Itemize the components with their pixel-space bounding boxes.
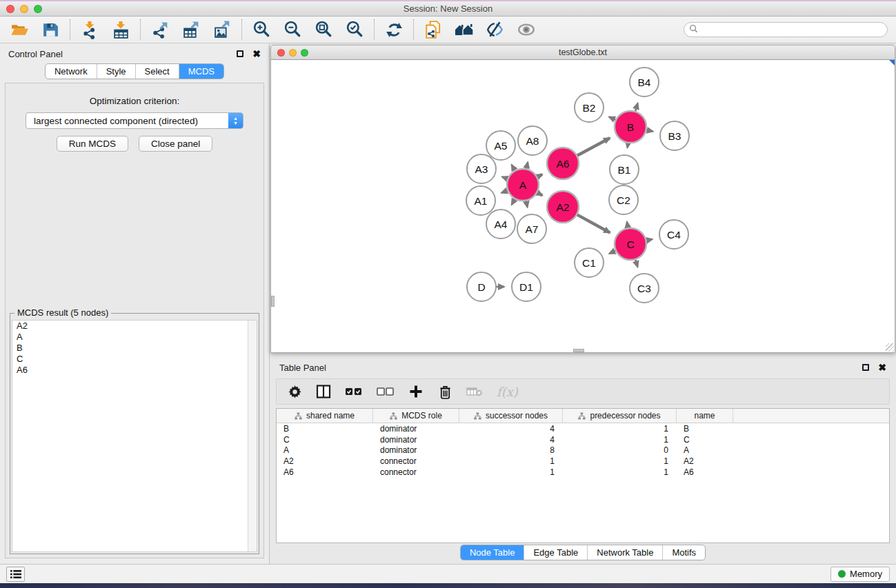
zoom-selected-icon[interactable] xyxy=(345,20,364,39)
graph-node-D[interactable]: D xyxy=(467,272,496,301)
graph-node-C1[interactable]: C1 xyxy=(575,248,604,277)
add-column-icon[interactable] xyxy=(408,383,424,400)
float-table-panel-icon[interactable] xyxy=(862,364,869,371)
graph-edge-A-A4[interactable] xyxy=(512,199,515,205)
graph-node-A6[interactable]: A6 xyxy=(547,148,579,179)
graph-edge-B-B4[interactable] xyxy=(635,103,638,112)
open-file-icon[interactable] xyxy=(10,20,29,39)
houses-icon[interactable] xyxy=(455,20,474,39)
table-row[interactable]: A6connector11A6 xyxy=(277,467,889,478)
table-row[interactable]: Adominator80A xyxy=(277,445,889,456)
result-item[interactable]: A xyxy=(12,332,257,343)
tab-motifs[interactable]: Motifs xyxy=(663,545,705,560)
graph-node-B2[interactable]: B2 xyxy=(575,93,604,122)
table-row[interactable]: Bdominator41B xyxy=(277,423,889,434)
memory-button[interactable]: Memory xyxy=(830,567,890,582)
network-canvas[interactable]: B4B2BB3A8A5A6A3B1AA1C2A2A4A7C4CC1C3DD1 xyxy=(270,60,895,353)
run-mcds-button[interactable]: Run MCDS xyxy=(57,136,128,152)
export-network-icon[interactable] xyxy=(150,20,170,39)
minimize-window-button[interactable] xyxy=(20,5,28,13)
result-list-scrollbar[interactable] xyxy=(248,321,257,551)
graph-node-B1[interactable]: B1 xyxy=(610,155,639,184)
graph-edge-A2-C[interactable] xyxy=(577,214,610,232)
graph-edge-A-A8[interactable] xyxy=(526,162,528,169)
table-row[interactable]: Cdominator41C xyxy=(277,434,889,445)
zoom-in-icon[interactable] xyxy=(252,20,271,39)
graph-node-D1[interactable]: D1 xyxy=(512,272,541,301)
network-minimize-button[interactable] xyxy=(289,49,297,57)
criterion-dropdown[interactable]: largest connected component (directed) ▲… xyxy=(26,112,243,129)
delete-row-trash-icon[interactable] xyxy=(437,383,452,400)
graph-edge-C-C4[interactable] xyxy=(646,239,652,241)
result-item[interactable]: C xyxy=(12,354,257,365)
tab-edge-table[interactable]: Edge Table xyxy=(524,545,588,560)
result-item[interactable]: B xyxy=(12,343,257,354)
close-window-button[interactable] xyxy=(6,5,14,13)
tab-network[interactable]: Network xyxy=(46,64,97,79)
column-header-successor-nodes[interactable]: successor nodes xyxy=(459,409,563,423)
select-all-icon[interactable] xyxy=(345,383,363,400)
tab-node-table[interactable]: Node Table xyxy=(461,545,525,560)
column-header-name[interactable]: name xyxy=(677,409,733,423)
graph-edge-B-B3[interactable] xyxy=(646,130,653,132)
save-session-icon[interactable] xyxy=(41,20,60,39)
deselect-all-icon[interactable] xyxy=(377,383,395,400)
graph-edge-A-A7[interactable] xyxy=(526,201,528,207)
result-item[interactable]: A6 xyxy=(12,365,257,376)
window-resize-grip[interactable] xyxy=(886,343,894,352)
tab-mcds[interactable]: MCDS xyxy=(179,64,223,79)
graph-node-A7[interactable]: A7 xyxy=(517,214,546,243)
result-item[interactable]: A2 xyxy=(12,321,257,332)
graph-node-C[interactable]: C xyxy=(615,228,646,260)
graph-node-A2[interactable]: A2 xyxy=(547,191,579,223)
import-table-icon[interactable] xyxy=(111,20,130,39)
network-zoom-button[interactable] xyxy=(301,49,308,57)
close-panel-button[interactable]: Close panel xyxy=(139,136,212,152)
column-header-shared-name[interactable]: shared name xyxy=(277,409,373,423)
graph-node-C4[interactable]: C4 xyxy=(659,220,688,249)
close-table-panel-icon[interactable]: ✖ xyxy=(878,364,886,371)
table-row[interactable]: A2connector11A2 xyxy=(277,456,889,467)
graph-node-A5[interactable]: A5 xyxy=(486,131,515,160)
hide-details-icon[interactable] xyxy=(486,20,505,39)
export-image-icon[interactable] xyxy=(212,20,232,39)
graph-node-A8[interactable]: A8 xyxy=(518,126,547,155)
close-panel-icon[interactable]: ✖ xyxy=(252,50,261,57)
table-settings-gear-icon[interactable] xyxy=(287,383,302,400)
graph-edge-B-B2[interactable] xyxy=(609,117,616,121)
canvas-horizontal-scroll-thumb[interactable] xyxy=(573,349,584,352)
graph-node-A[interactable]: A xyxy=(507,169,539,201)
network-documents-icon[interactable] xyxy=(424,20,443,39)
graph-edge-C-C3[interactable] xyxy=(635,259,638,267)
graph-edge-A6-B[interactable] xyxy=(577,138,610,156)
graph-edge-A-A2[interactable] xyxy=(537,192,542,195)
task-history-button[interactable] xyxy=(6,567,25,582)
canvas-vertical-scroll-thumb[interactable] xyxy=(271,296,275,307)
graph-node-C3[interactable]: C3 xyxy=(630,274,659,303)
export-table-icon[interactable] xyxy=(181,20,201,39)
graph-node-A1[interactable]: A1 xyxy=(466,186,495,215)
import-network-icon[interactable] xyxy=(80,20,99,39)
graph-edge-C-C2[interactable] xyxy=(627,222,628,229)
graph-edge-A-A5[interactable] xyxy=(512,165,515,171)
graph-edge-A-A1[interactable] xyxy=(501,190,508,193)
graph-node-A3[interactable]: A3 xyxy=(467,154,496,183)
zoom-fit-icon[interactable] xyxy=(314,20,333,39)
tab-select[interactable]: Select xyxy=(136,64,179,79)
tab-network-table[interactable]: Network Table xyxy=(588,545,663,560)
tab-style[interactable]: Style xyxy=(97,64,136,79)
zoom-window-button[interactable] xyxy=(34,5,42,13)
network-close-button[interactable] xyxy=(277,49,285,57)
graph-node-B3[interactable]: B3 xyxy=(660,121,689,150)
graph-edge-A-A3[interactable] xyxy=(502,176,508,179)
graph-node-B[interactable]: B xyxy=(615,111,646,143)
zoom-out-icon[interactable] xyxy=(283,20,302,39)
refresh-icon[interactable] xyxy=(384,20,404,39)
search-input[interactable] xyxy=(701,25,882,34)
column-header-mcds-role[interactable]: MCDS role xyxy=(373,409,459,423)
show-column-panel-icon[interactable] xyxy=(316,383,331,400)
float-panel-icon[interactable] xyxy=(237,50,243,57)
column-header-predecessor-nodes[interactable]: predecessor nodes xyxy=(563,409,677,423)
graph-edge-C-C1[interactable] xyxy=(609,250,616,253)
graph-node-C2[interactable]: C2 xyxy=(609,185,638,214)
